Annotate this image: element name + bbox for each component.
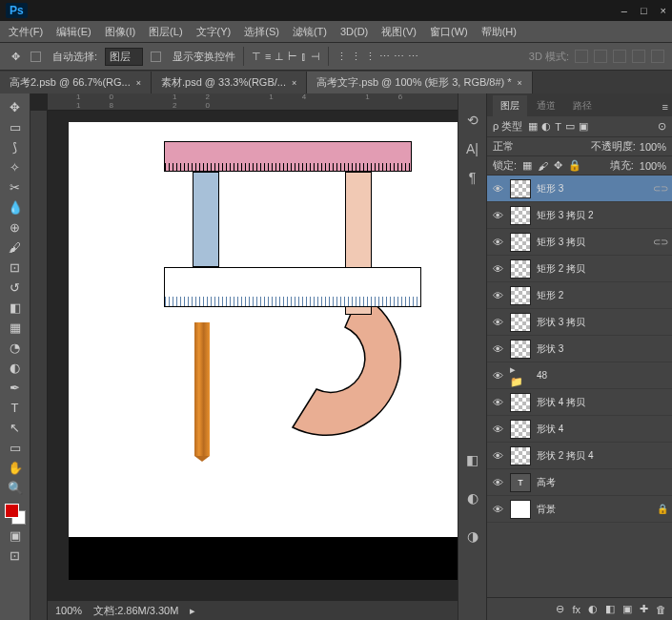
layer-row[interactable]: 👁矩形 3 拷贝⊂⊃: [487, 229, 672, 256]
wand-tool[interactable]: ✧: [4, 157, 27, 176]
lasso-tool[interactable]: ⟆: [4, 137, 27, 156]
pen-tool[interactable]: ✒: [4, 378, 27, 397]
mode3d-icon[interactable]: [651, 50, 664, 63]
layer-row[interactable]: 👁背景🔒: [487, 496, 672, 523]
visibility-icon[interactable]: 👁: [491, 450, 504, 462]
filter-toggle[interactable]: ⊙: [658, 120, 666, 133]
stamp-tool[interactable]: ⊡: [4, 258, 27, 277]
close-icon[interactable]: ×: [661, 5, 666, 16]
dist-icon[interactable]: ⋮: [336, 51, 347, 63]
layer-name[interactable]: 矩形 2: [537, 289, 662, 302]
menu-layer[interactable]: 图层(L): [144, 23, 187, 41]
layer-name[interactable]: 形状 3: [537, 342, 662, 356]
tab-layers[interactable]: 图层: [493, 95, 527, 116]
layer-row[interactable]: 👁矩形 3 拷贝 2: [487, 202, 672, 229]
canvas[interactable]: [69, 122, 458, 580]
layer-row[interactable]: 👁矩形 3⊂⊃: [487, 176, 672, 202]
shape-tool[interactable]: ▭: [4, 438, 27, 457]
mode3d-icon[interactable]: [575, 50, 588, 63]
close-tab-icon[interactable]: ×: [136, 78, 141, 88]
new-layer-icon[interactable]: ✚: [640, 603, 648, 615]
move-tool[interactable]: ✥: [4, 97, 27, 116]
close-tab-icon[interactable]: ×: [518, 78, 522, 88]
lock-trans-icon[interactable]: ▦: [522, 159, 532, 172]
autoselect-target[interactable]: 图层: [105, 48, 143, 66]
visibility-icon[interactable]: 👁: [491, 343, 504, 355]
fx-icon[interactable]: fx: [572, 604, 580, 615]
type-tool[interactable]: T: [4, 398, 27, 417]
layer-name[interactable]: 形状 3 拷贝: [537, 316, 662, 329]
menu-filter[interactable]: 滤镜(T): [288, 23, 332, 41]
link-layers-icon[interactable]: ⊖: [556, 603, 564, 615]
showtransform-checkbox[interactable]: [151, 52, 161, 62]
dodge-tool[interactable]: ◐: [4, 358, 27, 377]
visibility-icon[interactable]: 👁: [491, 477, 504, 488]
path-tool[interactable]: ↖: [4, 418, 27, 437]
layer-name[interactable]: 矩形 2 拷贝: [537, 262, 662, 276]
layer-name[interactable]: 形状 4: [537, 423, 662, 436]
layer-row[interactable]: 👁形状 2 拷贝 4: [487, 443, 672, 469]
filter-adj-icon[interactable]: ◐: [541, 120, 551, 133]
eyedropper-tool[interactable]: 💧: [4, 197, 27, 217]
align-hcenter-icon[interactable]: ⫿: [301, 51, 307, 63]
dist-icon[interactable]: ⋯: [394, 51, 404, 63]
menu-select[interactable]: 选择(S): [239, 23, 284, 41]
tab-paths[interactable]: 路径: [565, 95, 600, 116]
menu-file[interactable]: 文件(F): [4, 23, 48, 41]
layer-row[interactable]: 👁T高考: [487, 469, 672, 496]
menu-edit[interactable]: 编辑(E): [51, 23, 96, 41]
layer-name[interactable]: 矩形 3 拷贝 2: [537, 209, 662, 222]
eraser-tool[interactable]: ◧: [4, 298, 27, 317]
align-vcenter-icon[interactable]: ≡: [265, 51, 271, 63]
quickmask-tool[interactable]: ▣: [4, 526, 27, 545]
align-right-icon[interactable]: ⊣: [311, 51, 320, 63]
layer-row[interactable]: 👁形状 4: [487, 416, 672, 443]
layer-name[interactable]: 48: [537, 370, 662, 381]
history-brush-tool[interactable]: ↺: [4, 278, 27, 297]
layer-name[interactable]: 形状 2 拷贝 4: [537, 449, 662, 463]
layer-row[interactable]: 👁形状 3 拷贝: [487, 309, 672, 336]
layer-name[interactable]: 高考: [537, 476, 662, 489]
crop-tool[interactable]: ✂: [4, 177, 27, 196]
zoom-level[interactable]: 100%: [55, 605, 82, 616]
gradient-tool[interactable]: ▦: [4, 318, 27, 337]
visibility-icon[interactable]: 👁: [491, 237, 504, 248]
heal-tool[interactable]: ⊕: [4, 217, 27, 237]
brush-tool[interactable]: 🖌: [4, 238, 27, 257]
color-swatch[interactable]: [5, 504, 26, 525]
trash-icon[interactable]: 🗑: [656, 604, 666, 615]
lock-pos-icon[interactable]: ✥: [554, 159, 562, 172]
visibility-icon[interactable]: 👁: [491, 397, 504, 408]
opacity-value[interactable]: 100%: [640, 141, 666, 153]
layer-name[interactable]: 矩形 3 拷贝: [537, 236, 647, 249]
dist-icon[interactable]: ⋯: [379, 51, 390, 63]
status-arrow-icon[interactable]: ▸: [190, 605, 195, 617]
hand-tool[interactable]: ✋: [4, 458, 27, 477]
layer-name[interactable]: 形状 4 拷贝: [537, 396, 662, 409]
close-tab-icon[interactable]: ×: [292, 78, 296, 88]
visibility-icon[interactable]: 👁: [491, 210, 504, 221]
layer-row[interactable]: 👁形状 4 拷贝: [487, 389, 672, 416]
tab-channels[interactable]: 通道: [529, 95, 563, 116]
lock-pixels-icon[interactable]: 🖌: [538, 160, 548, 172]
maximize-icon[interactable]: □: [641, 5, 647, 16]
marquee-tool[interactable]: ▭: [4, 117, 27, 136]
align-left-icon[interactable]: ⊢: [288, 51, 297, 63]
dist-icon[interactable]: ⋮: [351, 51, 361, 63]
kind-filter[interactable]: ρ 类型: [493, 119, 522, 134]
menu-view[interactable]: 视图(V): [377, 23, 421, 41]
align-top-icon[interactable]: ⊤: [252, 51, 261, 63]
adjustment-icon[interactable]: ◧: [605, 603, 615, 615]
layer-row[interactable]: 👁▸ 📁48: [487, 362, 672, 389]
doc-tab[interactable]: 素材.psd @ 33.3%(RGB/...×: [152, 72, 307, 93]
dist-icon[interactable]: ⋮: [365, 51, 376, 63]
layer-name[interactable]: 背景: [537, 503, 651, 516]
mode3d-icon[interactable]: [632, 50, 645, 63]
menu-window[interactable]: 窗口(W): [425, 23, 473, 41]
menu-help[interactable]: 帮助(H): [477, 23, 521, 41]
visibility-icon[interactable]: 👁: [491, 504, 504, 515]
history-panel-icon[interactable]: ⟲: [467, 113, 479, 128]
align-bottom-icon[interactable]: ⊥: [275, 51, 284, 63]
menu-3d[interactable]: 3D(D): [336, 24, 373, 39]
fill-value[interactable]: 100%: [640, 160, 666, 172]
